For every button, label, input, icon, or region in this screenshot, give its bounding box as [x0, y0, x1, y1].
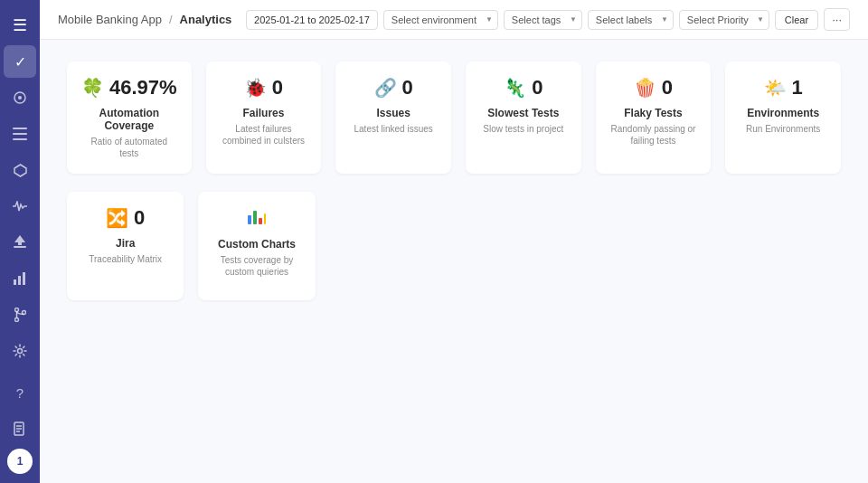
sidebar-icon-branch[interactable] [4, 298, 36, 331]
card-value-1-5: 1 [792, 76, 803, 99]
card-value-1-0: 46.97% [109, 76, 177, 99]
card-title-1-3: Slowest Tests [487, 107, 559, 119]
card-title-1-5: Environments [747, 107, 819, 119]
svg-rect-22 [259, 218, 262, 224]
card-1-3[interactable]: 🦎0Slowest TestsSlow tests in project [466, 62, 581, 174]
page-name: Analytics [180, 13, 232, 26]
tags-filter-wrapper: Select tags [504, 10, 582, 30]
header: Mobile Banking App / Analytics 2025-01-2… [40, 0, 868, 40]
clear-button[interactable]: Clear [775, 10, 818, 30]
more-button[interactable]: ··· [824, 8, 850, 31]
sidebar-icon-menu[interactable]: ☰ [4, 9, 36, 42]
card-subtitle-1-1: Latest failures combined in culsters [221, 123, 307, 147]
svg-rect-6 [14, 246, 26, 248]
card-subtitle-2-1: Tests coverage by custom quieries [212, 254, 300, 278]
svg-rect-23 [264, 213, 266, 224]
priority-filter-wrapper: Select Priority [679, 10, 769, 30]
svg-rect-10 [23, 272, 25, 285]
labels-filter-wrapper: Select labels [588, 10, 674, 30]
svg-point-15 [18, 349, 23, 354]
card-emoji-1-4: 🍿 [634, 77, 656, 99]
card-emoji-2-0: 🔀 [106, 207, 128, 229]
card-1-5[interactable]: 🌤️1EnvironmentsRun Environments [725, 62, 841, 174]
card-1-1[interactable]: 🐞0FailuresLatest failures combined in cu… [206, 62, 322, 174]
avatar[interactable]: 1 [7, 449, 33, 474]
sidebar-icon-tag[interactable] [4, 154, 36, 186]
card-subtitle-1-5: Run Environments [746, 123, 820, 135]
card-value-1-4: 0 [662, 76, 673, 99]
svg-point-12 [14, 318, 18, 322]
svg-point-11 [14, 308, 18, 312]
svg-rect-20 [248, 215, 251, 224]
sidebar-icon-help[interactable]: ? [4, 376, 36, 409]
card-value-2-0: 0 [134, 206, 145, 230]
app-name: Mobile Banking App [58, 13, 162, 26]
main-content: Mobile Banking App / Analytics 2025-01-2… [40, 0, 868, 483]
card-title-2-1: Custom Charts [218, 238, 296, 251]
sidebar-bottom: ? 1 [4, 376, 36, 474]
env-select[interactable]: Select environment [383, 10, 498, 30]
labels-select[interactable]: Select labels [588, 10, 674, 30]
sidebar-icon-circle[interactable] [4, 81, 36, 114]
svg-marker-5 [14, 165, 26, 176]
sidebar-icon-bar[interactable] [4, 262, 36, 295]
card-emoji-1-3: 🦎 [504, 77, 526, 99]
sidebar-icon-docs[interactable] [4, 412, 36, 445]
card-subtitle-1-3: Slow tests in project [483, 123, 563, 135]
card-emoji-1-1: 🐞 [244, 77, 267, 99]
card-subtitle-1-2: Latest linked issues [354, 123, 432, 135]
card-value-1-1: 0 [272, 76, 283, 99]
card-title-1-4: Flaky Tests [624, 107, 682, 119]
card-emoji-1-2: 🔗 [374, 77, 397, 99]
card-value-1-2: 0 [402, 76, 413, 99]
card-subtitle-1-4: Randomly passing or failing tests [610, 123, 697, 147]
env-filter-wrapper: Select environment [383, 10, 498, 30]
svg-point-1 [18, 96, 22, 99]
priority-select[interactable]: Select Priority [679, 10, 769, 30]
tags-select[interactable]: Select tags [504, 10, 582, 30]
sidebar-icon-import[interactable] [4, 226, 36, 259]
card-value-1-3: 0 [532, 76, 542, 99]
header-filters: 2025-01-21 to 2025-02-17 Select environm… [246, 8, 850, 31]
card-emoji-1-5: 🌤️ [764, 77, 787, 99]
sidebar-icon-activity[interactable] [4, 190, 36, 223]
sidebar-icon-check[interactable]: ✓ [4, 45, 36, 78]
svg-rect-4 [13, 138, 27, 140]
cards-row-2: 🔀0JiraTraceability Matrix Custom ChartsT… [67, 192, 841, 300]
card-1-0[interactable]: 🍀46.97%Automation CoverageRatio of autom… [67, 62, 192, 174]
svg-rect-3 [13, 133, 27, 135]
breadcrumb-separator: / [169, 13, 173, 26]
svg-rect-21 [253, 211, 257, 224]
cards-row-1: 🍀46.97%Automation CoverageRatio of autom… [67, 62, 841, 174]
card-1-2[interactable]: 🔗0IssuesLatest linked issues [335, 62, 451, 174]
card-title-1-0: Automation Coverage [81, 107, 177, 132]
sidebar: ☰ ✓ ? 1 [0, 0, 40, 483]
card-1-4[interactable]: 🍿0Flaky TestsRandomly passing or failing… [596, 62, 712, 174]
svg-marker-7 [14, 235, 25, 245]
svg-rect-2 [13, 128, 27, 129]
card-subtitle-1-0: Ratio of automated tests [81, 136, 177, 159]
svg-rect-8 [14, 279, 16, 285]
card-title-1-2: Issues [376, 107, 410, 119]
card-subtitle-2-0: Traceability Matrix [89, 253, 162, 265]
card-emoji-1-0: 🍀 [81, 77, 104, 99]
card-emoji-2-1 [247, 206, 267, 231]
card-2-0[interactable]: 🔀0JiraTraceability Matrix [67, 192, 184, 300]
svg-rect-9 [18, 276, 21, 285]
content-area: 🍀46.97%Automation CoverageRatio of autom… [40, 40, 868, 483]
sidebar-icon-settings[interactable] [4, 335, 36, 367]
date-range[interactable]: 2025-01-21 to 2025-02-17 [246, 10, 378, 30]
sidebar-icon-list[interactable] [4, 118, 36, 150]
card-2-1[interactable]: Custom ChartsTests coverage by custom qu… [198, 192, 315, 300]
card-title-1-1: Failures [242, 107, 284, 119]
card-title-2-0: Jira [116, 237, 135, 250]
